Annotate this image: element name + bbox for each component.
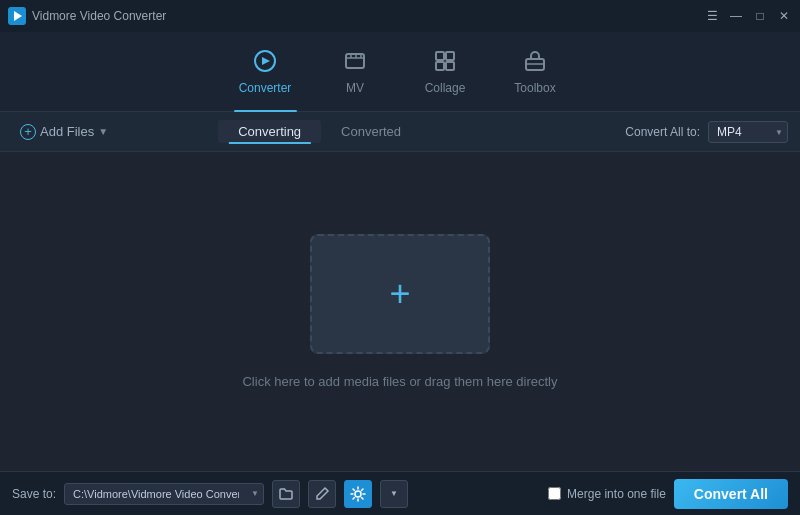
edit-icon-button[interactable]	[308, 480, 336, 508]
svg-marker-3	[262, 57, 270, 65]
convert-all-button[interactable]: Convert All	[674, 479, 788, 509]
maximize-button[interactable]: □	[752, 8, 768, 24]
titlebar: Vidmore Video Converter ☰ — □ ✕	[0, 0, 800, 32]
drop-hint: Click here to add media files or drag th…	[242, 374, 557, 389]
main-content: + Click here to add media files or drag …	[0, 152, 800, 471]
bottom-bar: Save to: ▼ ▼ Merge into one file Convert…	[0, 471, 800, 515]
add-files-label: Add Files	[40, 124, 94, 139]
mv-icon	[343, 49, 367, 77]
app-title: Vidmore Video Converter	[32, 9, 166, 23]
menu-icon[interactable]: ☰	[704, 8, 720, 24]
toolbox-icon	[523, 49, 547, 77]
settings-dropdown-button[interactable]: ▼	[380, 480, 408, 508]
merge-label[interactable]: Merge into one file	[567, 487, 666, 501]
tab-collage-label: Collage	[425, 81, 466, 95]
tab-collage[interactable]: Collage	[400, 32, 490, 112]
tab-toolbox-label: Toolbox	[514, 81, 555, 95]
settings-icon-button[interactable]	[344, 480, 372, 508]
titlebar-controls: ☰ — □ ✕	[704, 8, 792, 24]
settings-dropdown-arrow: ▼	[390, 489, 398, 498]
tab-converter[interactable]: Converter	[220, 32, 310, 112]
add-files-dropdown-arrow: ▼	[98, 126, 108, 137]
tab-converted[interactable]: Converted	[321, 120, 421, 143]
add-files-plus-icon: +	[20, 124, 36, 140]
tab-converter-label: Converter	[239, 81, 292, 95]
svg-rect-12	[446, 62, 454, 70]
svg-rect-9	[436, 52, 444, 60]
close-button[interactable]: ✕	[776, 8, 792, 24]
save-path-wrapper[interactable]: ▼	[64, 483, 264, 505]
minimize-button[interactable]: —	[728, 8, 744, 24]
tab-toolbox[interactable]: Toolbox	[490, 32, 580, 112]
app-logo-icon	[8, 7, 26, 25]
convert-all-to-group: Convert All to: MP4 MKV AVI MOV WMV FLV …	[625, 121, 788, 143]
format-select[interactable]: MP4 MKV AVI MOV WMV FLV MP3 AAC	[708, 121, 788, 143]
tab-group: Converting Converted	[218, 120, 421, 143]
toolbar: + Add Files ▼ Converting Converted Conve…	[0, 112, 800, 152]
merge-checkbox[interactable]	[548, 487, 561, 500]
tab-mv[interactable]: MV	[310, 32, 400, 112]
merge-checkbox-group: Merge into one file	[548, 487, 666, 501]
svg-point-15	[355, 491, 361, 497]
tab-mv-label: MV	[346, 81, 364, 95]
folder-icon-button[interactable]	[272, 480, 300, 508]
collage-icon	[433, 49, 457, 77]
nav-tabs: Converter MV Collage	[0, 32, 800, 112]
converter-icon	[253, 49, 277, 77]
svg-rect-11	[436, 62, 444, 70]
svg-rect-10	[446, 52, 454, 60]
convert-all-to-label: Convert All to:	[625, 125, 700, 139]
format-select-wrapper[interactable]: MP4 MKV AVI MOV WMV FLV MP3 AAC	[708, 121, 788, 143]
tab-converting[interactable]: Converting	[218, 120, 321, 143]
drop-zone-plus-icon: +	[389, 276, 410, 312]
save-path-input[interactable]	[64, 483, 264, 505]
save-to-label: Save to:	[12, 487, 56, 501]
drop-zone[interactable]: +	[310, 234, 490, 354]
titlebar-left: Vidmore Video Converter	[8, 7, 166, 25]
add-files-button[interactable]: + Add Files ▼	[12, 120, 116, 144]
